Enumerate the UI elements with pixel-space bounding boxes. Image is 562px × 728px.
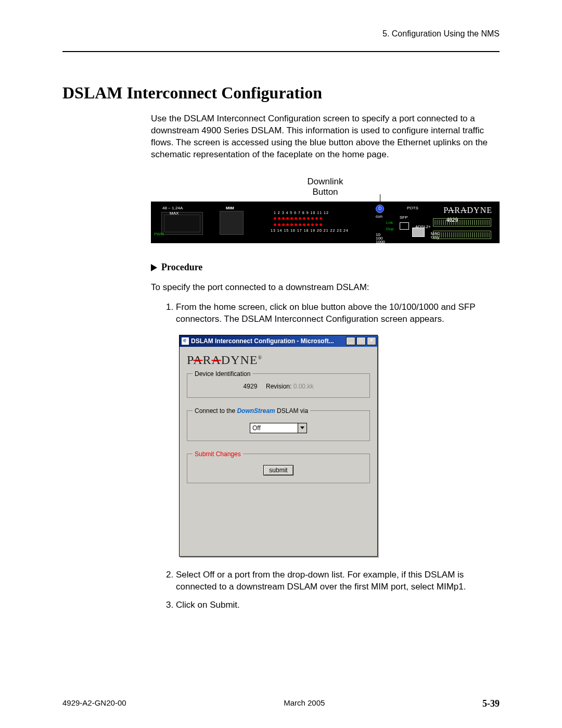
- submit-legend: Submit Changes: [193, 450, 243, 458]
- led-row-top: [274, 217, 322, 220]
- port-numbers-top: 1 2 3 4 5 6 7 8 9 10 11 12: [274, 211, 329, 215]
- downlink-pointer-line: [380, 194, 380, 205]
- step-3: Click on Submit.: [176, 599, 500, 611]
- port-numbers-bottom: 13 14 15 16 17 18 19 20 21 22 23 24: [271, 229, 349, 232]
- submit-button[interactable]: submit: [263, 465, 293, 475]
- pots-connector-icon: [433, 218, 491, 227]
- mim-label: MIM: [226, 206, 234, 210]
- header-rule: [62, 51, 500, 52]
- connect-legend-em: DownStream: [237, 407, 275, 415]
- revision-value: 0.00.kk: [293, 383, 314, 390]
- page-number: 5-39: [482, 698, 500, 709]
- max-label: MAX: [170, 211, 178, 216]
- rate-label: 10 100 1000: [376, 233, 385, 244]
- page-footer: 4929-A2-GN20-00 March 2005 5-39: [62, 698, 500, 709]
- device-id-legend: Device Identification: [193, 370, 252, 378]
- sfp-port-icon: [400, 222, 409, 230]
- doc-number: 4929-A2-GN20-00: [62, 698, 126, 709]
- procedure-heading-text: Procedure: [161, 262, 202, 272]
- submit-changes-group: Submit Changes submit: [187, 450, 370, 483]
- minimize-button[interactable]: _: [346, 337, 355, 345]
- procedure-steps-cont: Select Off or a port from the drop-down …: [161, 569, 500, 611]
- close-button[interactable]: ×: [367, 337, 376, 345]
- power-block: [161, 212, 203, 235]
- step-1: From the home screen, click on blue butt…: [176, 302, 500, 325]
- lnk-label: Lnk: [386, 220, 393, 225]
- page-title: DSLAM Interconnect Configuration: [62, 83, 500, 103]
- window-titlebar: DSLAM Interconnect Configuration - Micro…: [180, 335, 377, 347]
- pots-label: POTS: [407, 206, 418, 210]
- downlink-label-line2: Button: [312, 187, 338, 197]
- chapter-header: 5. Configuration Using the NMS: [62, 29, 500, 39]
- procedure-intro: To specify the port connected to a downs…: [151, 282, 500, 293]
- window-title: DSLAM Interconnect Configuration - Micro…: [191, 337, 334, 345]
- brand-label: PARADYNE: [443, 206, 492, 215]
- intro-paragraph: Use the DSLAM Interconnect Configuration…: [151, 113, 500, 161]
- connect-legend-pre: Connect to the: [195, 407, 237, 415]
- downlink-button-label: Downlink Button: [151, 177, 500, 197]
- downlink-label-line1: Downlink: [308, 177, 343, 186]
- device-faceplate: 48 ⎓ 1.24A MAX PWR MIM 1 2 3 4 5 6 7 8 9…: [151, 202, 500, 243]
- downstream-port-select[interactable]: Off: [250, 423, 307, 433]
- procedure-heading: Procedure: [151, 262, 500, 273]
- paradyne-logo: PARADYNE®: [187, 353, 370, 367]
- connect-legend: Connect to the DownStream DSLAM via: [193, 407, 310, 415]
- chevron-down-icon: [298, 423, 306, 433]
- triangle-icon: [151, 264, 157, 271]
- adsl-label: ADSL2+: [415, 224, 431, 229]
- doc-date: March 2005: [284, 698, 325, 709]
- step-2: Select Off or a port from the drop-down …: [176, 569, 500, 593]
- device-model: 4929: [244, 383, 258, 390]
- con-label: con: [376, 214, 382, 219]
- ie-icon: [182, 337, 189, 345]
- dslam-config-window: DSLAM Interconnect Configuration - Micro…: [179, 335, 378, 557]
- connect-legend-post: DSLAM via: [275, 407, 308, 415]
- pwr-label: PWR: [154, 232, 164, 236]
- sfp-label: SFP: [400, 215, 408, 220]
- dialog-screenshot: DSLAM Interconnect Configuration - Micro…: [179, 335, 500, 557]
- faceplate-figure: 48 ⎓ 1.24A MAX PWR MIM 1 2 3 4 5 6 7 8 9…: [151, 202, 500, 243]
- connect-downstream-group: Connect to the DownStream DSLAM via Off: [187, 407, 370, 441]
- adsl-connector-icon: [433, 231, 491, 239]
- maximize-button[interactable]: □: [356, 337, 366, 345]
- procedure-steps: From the home screen, click on blue butt…: [161, 302, 500, 325]
- led-row-bottom: [274, 223, 322, 226]
- dup-label: Dup: [386, 227, 394, 231]
- device-identification-group: Device Identification 4929 Revision: 0.0…: [187, 370, 370, 398]
- revision-label: Revision:: [266, 383, 291, 390]
- mim-slot: [220, 211, 244, 235]
- downlink-button[interactable]: [376, 205, 384, 213]
- select-value: Off: [252, 424, 261, 432]
- amps-label: 48 ⎓ 1.24A: [162, 206, 183, 210]
